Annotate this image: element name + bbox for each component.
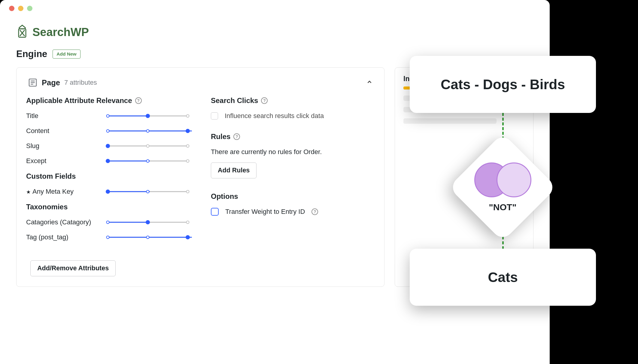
section-title: Rules xyxy=(211,132,230,141)
add-rules-button[interactable]: Add Rules xyxy=(211,162,257,178)
section-title: Taxonomies xyxy=(26,203,68,211)
overlay-card-text: Cats - Dogs - Birds xyxy=(441,76,565,93)
brand-name: SearchWP xyxy=(32,26,89,39)
brand: SearchWP xyxy=(16,24,533,40)
relevance-slider-tag[interactable] xyxy=(106,235,190,239)
help-icon[interactable]: ? xyxy=(233,133,240,140)
window-titlebar xyxy=(0,0,550,17)
chevron-up-icon[interactable] xyxy=(366,79,373,86)
section-title: Applicable Attribute Relevance xyxy=(26,96,132,105)
section-title: Search Clicks xyxy=(211,96,258,105)
page-title: Engine xyxy=(16,49,47,59)
relevance-slider-content[interactable] xyxy=(106,129,190,133)
custom-field-label: ★Any Meta Key xyxy=(26,188,106,196)
overlay-card-output: Cats xyxy=(410,249,596,306)
operator-label: "NOT" xyxy=(489,202,517,212)
brand-logo-icon xyxy=(16,24,28,40)
slider-label: Content xyxy=(26,127,106,135)
panel-header[interactable]: Page 7 attributes xyxy=(26,74,375,94)
slider-label: Slug xyxy=(26,142,106,150)
section-title: Options xyxy=(211,192,238,201)
window-zoom-button[interactable] xyxy=(27,6,32,11)
slider-label: Catagories (Catagory) xyxy=(26,218,106,226)
relevance-slider-except[interactable] xyxy=(106,159,190,163)
window-close-button[interactable] xyxy=(9,6,14,11)
help-icon[interactable]: ? xyxy=(311,208,318,215)
skeleton-line xyxy=(403,118,497,124)
transfer-weight-checkbox[interactable] xyxy=(211,208,219,216)
page-icon xyxy=(28,78,38,87)
engine-source-panel: Page 7 attributes Applicable Attribute R… xyxy=(16,67,384,287)
panel-subtitle: 7 attributes xyxy=(64,79,97,86)
relevance-slider-title[interactable] xyxy=(106,114,190,118)
overlay-card-text: Cats xyxy=(488,269,518,285)
relevance-slider-cf[interactable] xyxy=(106,190,190,194)
section-title: Custom Fields xyxy=(26,172,76,180)
window-minimize-button[interactable] xyxy=(18,6,23,11)
venn-diagram-icon xyxy=(474,162,531,198)
slider-label: Title xyxy=(26,112,106,120)
checkbox-label: Influence search results click data xyxy=(225,112,324,120)
relevance-slider-categories[interactable] xyxy=(106,220,190,224)
checkbox-label: Transfer Weight to Entry ID xyxy=(225,208,305,216)
help-icon[interactable]: ? xyxy=(261,97,268,104)
slider-label: Except xyxy=(26,157,106,165)
add-remove-attributes-button[interactable]: Add/Remove Attributes xyxy=(30,260,116,276)
rules-empty-text: There are currently no rules for Order. xyxy=(211,148,375,156)
panel-title: Page xyxy=(42,78,60,87)
overlay-card-input: Cats - Dogs - Birds xyxy=(410,56,596,113)
influence-checkbox[interactable] xyxy=(211,112,218,120)
add-new-button[interactable]: Add New xyxy=(53,50,80,59)
relevance-slider-slug[interactable] xyxy=(106,144,190,148)
slider-label: Tag (post_tag) xyxy=(26,233,106,241)
help-icon[interactable]: ? xyxy=(135,97,142,104)
